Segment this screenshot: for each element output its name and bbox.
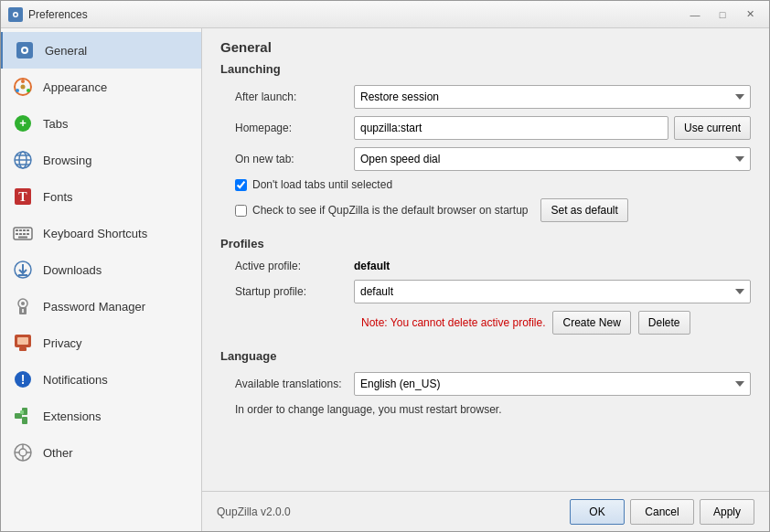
- on-new-tab-control: Open speed dial Open homepage Open blank…: [354, 147, 751, 171]
- apply-button[interactable]: Apply: [700, 499, 754, 525]
- profiles-section: Profiles Active profile: default Startup…: [220, 237, 751, 335]
- sidebar-item-privacy[interactable]: Privacy: [1, 325, 201, 361]
- tabs-icon: +: [12, 112, 34, 134]
- version-label: QupZilla v2.0.0: [217, 505, 570, 518]
- startup-profile-row: Startup profile: default: [220, 280, 751, 303]
- other-icon: [12, 442, 34, 463]
- on-new-tab-label: On new tab:: [235, 153, 354, 165]
- sidebar-item-downloads[interactable]: Downloads: [1, 251, 201, 288]
- svg-rect-39: [19, 347, 27, 351]
- checkbox2-row: Check to see if QupZilla is the default …: [220, 198, 751, 222]
- notifications-icon: !: [12, 368, 34, 390]
- sidebar-label-general: General: [45, 44, 87, 58]
- sidebar-label-keyboard-shortcuts: Keyboard Shortcuts: [43, 227, 147, 240]
- after-launch-control: Restore session Open homepage Open speed…: [354, 85, 751, 109]
- sidebar-label-browsing: Browsing: [43, 154, 91, 167]
- svg-rect-45: [20, 410, 24, 414]
- svg-point-47: [19, 449, 27, 456]
- cancel-button[interactable]: Cancel: [630, 499, 694, 525]
- available-translations-dropdown[interactable]: English (en_US): [354, 372, 751, 396]
- footer: QupZilla v2.0.0 OK Cancel Apply: [202, 491, 769, 531]
- sidebar-item-browsing[interactable]: Browsing: [1, 142, 201, 178]
- svg-rect-38: [17, 337, 28, 345]
- footer-buttons: OK Cancel Apply: [570, 499, 754, 525]
- sidebar-label-downloads: Downloads: [43, 263, 102, 277]
- svg-rect-23: [23, 229, 26, 231]
- password-icon: [12, 295, 34, 317]
- sidebar-label-privacy: Privacy: [43, 336, 82, 350]
- svg-rect-25: [16, 233, 18, 235]
- homepage-control: Use current: [354, 116, 751, 140]
- sidebar-item-general[interactable]: General: [1, 32, 201, 69]
- svg-rect-21: [16, 229, 18, 231]
- checkbox1-row: Don't load tabs until selected: [220, 178, 751, 191]
- homepage-input[interactable]: [354, 116, 668, 140]
- default-browser-label: Check to see if QupZilla is the default …: [252, 204, 528, 217]
- window-title: Preferences: [28, 8, 683, 21]
- homepage-label: Homepage:: [235, 122, 354, 134]
- sidebar-item-fonts[interactable]: T Fonts: [1, 178, 201, 215]
- after-launch-label: After launch:: [235, 90, 354, 103]
- svg-point-8: [16, 89, 19, 92]
- sidebar-item-appearance[interactable]: Appearance: [1, 69, 201, 105]
- general-icon: [14, 39, 36, 61]
- svg-rect-27: [23, 233, 26, 235]
- on-new-tab-row: On new tab: Open speed dial Open homepag…: [220, 147, 751, 171]
- sidebar-label-tabs: Tabs: [43, 117, 68, 131]
- sidebar-item-notifications[interactable]: ! Notifications: [1, 361, 201, 398]
- sidebar-label-other: Other: [43, 446, 73, 460]
- sidebar-label-password-manager: Password Manager: [43, 300, 145, 314]
- svg-point-5: [23, 48, 27, 52]
- active-profile-row: Active profile: default: [220, 260, 751, 272]
- svg-rect-26: [19, 233, 22, 235]
- fonts-icon: T: [12, 186, 34, 207]
- create-new-button[interactable]: Create New: [552, 311, 630, 335]
- ok-button[interactable]: OK: [570, 499, 625, 525]
- launching-section: Launching After launch: Restore session …: [220, 62, 751, 222]
- sidebar-item-tabs[interactable]: + Tabs: [1, 105, 201, 142]
- dont-load-tabs-checkbox[interactable]: [235, 179, 247, 191]
- startup-profile-dropdown[interactable]: default: [354, 280, 751, 303]
- set-as-default-button[interactable]: Set as default: [540, 198, 627, 222]
- minimize-button[interactable]: —: [683, 5, 707, 24]
- after-launch-row: After launch: Restore session Open homep…: [220, 85, 751, 109]
- sidebar-label-fonts: Fonts: [43, 190, 73, 204]
- sidebar-item-extensions[interactable]: Extensions: [1, 398, 201, 434]
- after-launch-dropdown[interactable]: Restore session Open homepage Open speed…: [354, 85, 751, 109]
- available-translations-row: Available translations: English (en_US): [220, 372, 751, 396]
- svg-text:+: +: [19, 116, 27, 130]
- sidebar-item-password-manager[interactable]: Password Manager: [1, 288, 201, 325]
- available-translations-label: Available translations:: [235, 378, 354, 390]
- active-profile-value: default: [354, 260, 390, 272]
- app-icon: [8, 7, 23, 22]
- browsing-icon: [12, 149, 34, 171]
- preferences-window: Preferences — □ ✕ General: [0, 0, 770, 532]
- appearance-icon: [12, 76, 34, 98]
- svg-rect-24: [27, 229, 29, 231]
- content-header: General: [202, 28, 769, 62]
- default-browser-checkbox[interactable]: [235, 205, 247, 217]
- title-bar: Preferences — □ ✕: [1, 1, 769, 28]
- language-note: In order to change language, you must re…: [220, 403, 751, 416]
- svg-text:T: T: [18, 190, 27, 204]
- window-controls: — □ ✕: [683, 5, 762, 24]
- svg-rect-29: [18, 237, 27, 239]
- svg-point-7: [21, 80, 25, 83]
- profiles-note-text: Note: You cannot delete active profile.: [361, 316, 545, 329]
- close-button[interactable]: ✕: [738, 5, 762, 24]
- available-translations-control: English (en_US): [354, 372, 751, 396]
- sidebar: General Appearance: [1, 28, 202, 531]
- language-title: Language: [220, 349, 751, 363]
- profiles-note-row: Note: You cannot delete active profile. …: [220, 311, 751, 335]
- keyboard-icon: [12, 222, 34, 244]
- sidebar-item-keyboard-shortcuts[interactable]: Keyboard Shortcuts: [1, 215, 201, 251]
- main-content: General Launching After launch: Restore …: [202, 28, 769, 531]
- sidebar-label-extensions: Extensions: [43, 410, 102, 423]
- sidebar-item-other[interactable]: Other: [1, 434, 201, 471]
- on-new-tab-dropdown[interactable]: Open speed dial Open homepage Open blank…: [354, 147, 751, 171]
- maximize-button[interactable]: □: [711, 5, 734, 24]
- launching-title: Launching: [220, 62, 751, 76]
- use-current-button[interactable]: Use current: [674, 116, 751, 140]
- svg-rect-44: [22, 417, 27, 424]
- delete-button[interactable]: Delete: [638, 311, 690, 335]
